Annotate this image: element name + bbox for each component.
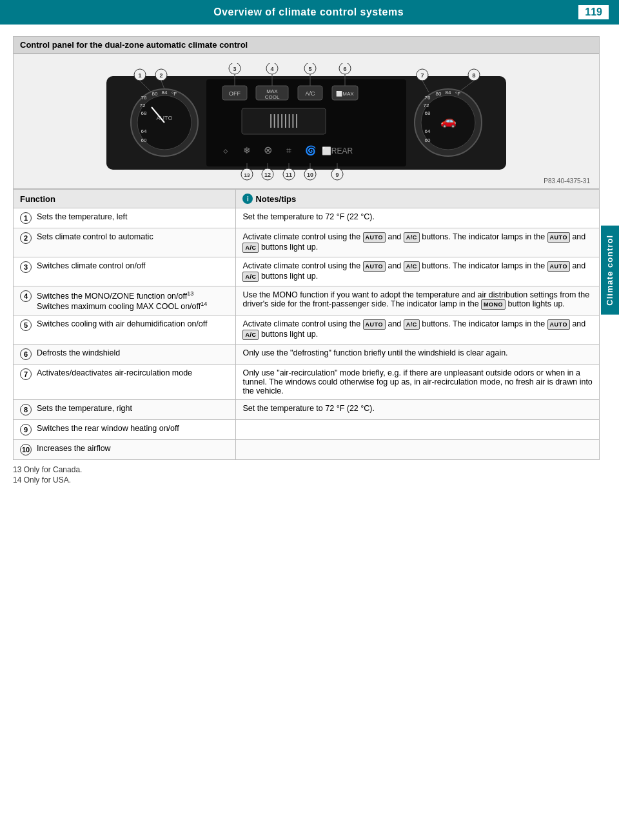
notes-cell: Set the temperature to 72 °F (22 °C). [236, 208, 600, 228]
svg-text:80: 80 [152, 91, 158, 97]
svg-text:🚗: 🚗 [440, 113, 457, 128]
svg-text:68: 68 [141, 110, 147, 116]
svg-text:60: 60 [141, 137, 147, 143]
svg-text:7: 7 [420, 72, 424, 79]
info-table: Function i Notes/tips 1 Sets the tempera… [13, 189, 600, 460]
footnotes: 13 Only for Canada. 14 Only for USA. [13, 465, 600, 485]
svg-text:⌗: ⌗ [286, 145, 291, 155]
svg-text:80: 80 [436, 91, 442, 97]
svg-text:76: 76 [141, 95, 147, 101]
svg-text:8: 8 [472, 72, 475, 79]
svg-text:64: 64 [141, 128, 147, 134]
side-tab-climate-control: Climate control [601, 226, 619, 315]
table-row: 6 Defrosts the windshield Only use the "… [14, 345, 600, 365]
footnote-14: 14 Only for USA. [13, 475, 600, 485]
svg-text:4: 4 [270, 66, 273, 72]
function-cell: 7 Activates/deactivates air-recirculatio… [14, 365, 236, 400]
function-cell: 4 Switches the MONO/ZONE function on/off… [14, 286, 236, 315]
notes-cell: Only use the "defrosting" function brief… [236, 345, 600, 365]
header-title: Overview of climate control systems [39, 6, 578, 18]
svg-text:11: 11 [286, 172, 292, 178]
svg-text:76: 76 [425, 95, 431, 101]
function-cell: 8 Sets the temperature, right [14, 400, 236, 420]
function-cell: 3 Switches climate control on/off [14, 257, 236, 286]
function-cell: 2 Sets climate control to automatic [14, 228, 236, 257]
svg-text:⬜MAX: ⬜MAX [336, 90, 354, 97]
table-row: 10 Increases the airflow [14, 440, 600, 460]
header-bar: Overview of climate control systems 119 [0, 0, 619, 25]
header-page: 119 [578, 5, 609, 19]
svg-text:2: 2 [159, 72, 162, 79]
function-cell: 10 Increases the airflow [14, 440, 236, 460]
svg-text:84: 84 [162, 90, 168, 95]
svg-text:1: 1 [138, 72, 141, 79]
main-content: Control panel for the dual-zone automati… [0, 25, 619, 497]
notes-cell: Use the MONO function if you want to ado… [236, 286, 600, 315]
svg-text:MAX: MAX [266, 88, 278, 94]
svg-text:5: 5 [308, 66, 311, 72]
notes-cell [236, 420, 600, 440]
table-row: 4 Switches the MONO/ZONE function on/off… [14, 286, 600, 315]
table-row: 3 Switches climate control on/off Activa… [14, 257, 600, 286]
svg-text:13: 13 [244, 172, 250, 178]
svg-text:60: 60 [425, 137, 431, 143]
svg-text:OFF: OFF [229, 90, 241, 97]
footnote-13: 13 Only for Canada. [13, 465, 600, 474]
svg-text:⬜REAR: ⬜REAR [322, 146, 353, 155]
table-row: 8 Sets the temperature, right Set the te… [14, 400, 600, 420]
svg-text:72: 72 [424, 103, 429, 108]
svg-text:10: 10 [307, 172, 313, 178]
function-cell: 6 Defrosts the windshield [14, 345, 236, 365]
notes-cell [236, 440, 600, 460]
panel-title: Control panel for the dual-zone automati… [13, 36, 600, 54]
function-cell: 1 Sets the temperature, left [14, 208, 236, 228]
function-cell: 9 Switches the rear window heating on/of… [14, 420, 236, 440]
function-cell: 5 Switches cooling with air dehumidifica… [14, 315, 236, 345]
svg-text:COOL: COOL [265, 94, 280, 100]
notes-cell: Activate climate control using the AUTO … [236, 257, 600, 286]
svg-text:A/C: A/C [305, 90, 315, 97]
info-icon: i [242, 194, 253, 204]
table-row: 9 Switches the rear window heating on/of… [14, 420, 600, 440]
svg-text:6: 6 [343, 66, 346, 72]
svg-text:3: 3 [233, 66, 236, 72]
table-row: 7 Activates/deactivates air-recirculatio… [14, 365, 600, 400]
svg-text:°F: °F [172, 91, 177, 97]
svg-text:⊗: ⊗ [264, 145, 272, 155]
notes-cell: Set the temperature to 72 °F (22 °C). [236, 400, 600, 420]
svg-text:⬦: ⬦ [222, 145, 229, 155]
svg-text:84: 84 [446, 90, 451, 95]
notes-cell: Activate climate control using the AUTO … [236, 228, 600, 257]
col-function-header: Function [14, 190, 236, 208]
svg-text:68: 68 [425, 110, 431, 116]
notes-cell: Activate climate control using the AUTO … [236, 315, 600, 345]
svg-text:9: 9 [335, 172, 339, 178]
diagram-credit: P83.40-4375-31 [544, 177, 590, 185]
svg-text:🌀: 🌀 [305, 145, 317, 156]
col-notes-header: i Notes/tips [236, 190, 600, 208]
svg-text:64: 64 [425, 128, 431, 134]
diagram-box: AUTO 68 72 76 80 84 °F 64 60 OFF MAX COO… [13, 54, 600, 189]
svg-text:72: 72 [140, 103, 146, 108]
climate-diagram: AUTO 68 72 76 80 84 °F 64 60 OFF MAX COO… [87, 63, 526, 183]
svg-text:❄: ❄ [243, 145, 251, 155]
table-row: 2 Sets climate control to automatic Acti… [14, 228, 600, 257]
table-row: 1 Sets the temperature, left Set the tem… [14, 208, 600, 228]
notes-cell: Only use "air-recirculation" mode briefl… [236, 365, 600, 400]
svg-text:°F: °F [455, 91, 460, 97]
table-row: 5 Switches cooling with air dehumidifica… [14, 315, 600, 345]
svg-text:12: 12 [264, 172, 271, 178]
svg-text:||||||||: |||||||| [269, 112, 299, 128]
